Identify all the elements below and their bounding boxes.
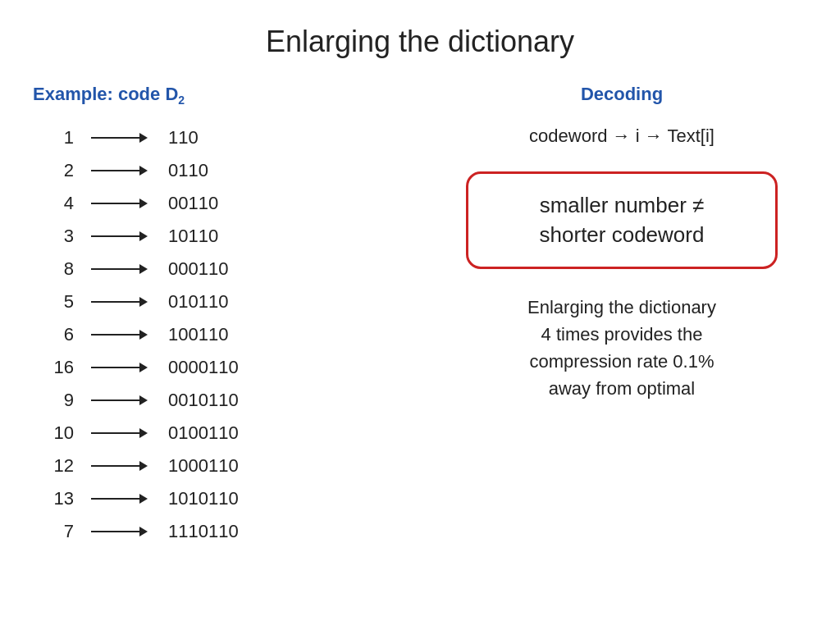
table-row: 71110110 [33,517,404,546]
table-row: 1110 [33,123,404,153]
row-arrow [82,363,156,372]
left-panel: Example: code D2 11102011040011031011080… [33,84,420,546]
arrow-icon [91,363,148,372]
row-code: 0000110 [156,357,239,378]
left-section-label: Example: code D2 [33,84,404,107]
arrow-icon [91,428,148,438]
arrow-icon [91,395,148,405]
row-number: 8 [33,258,82,280]
arrow-icon [91,264,148,274]
table-row: 310110 [33,221,404,251]
row-code: 110 [156,127,199,148]
right-panel: Decoding codeword → i → Text[i] smaller … [420,84,807,546]
row-code: 000110 [156,258,228,280]
row-arrow [82,527,156,536]
table-row: 6100110 [33,320,404,349]
description-line: away from optimal [549,378,696,399]
row-number: 10 [33,422,82,444]
arrow-icon [91,330,148,340]
row-code: 0100110 [156,422,239,444]
description-line: Enlarging the dictionary [527,297,716,317]
description-text: Enlarging the dictionary4 times provides… [436,294,807,402]
arrow-icon [91,461,148,471]
decoding-label: Decoding [436,84,807,105]
arrow-icon [91,133,148,143]
row-number: 1 [33,127,82,148]
table-row: 20110 [33,156,404,185]
table-row: 121000110 [33,451,404,481]
arrow-icon [91,297,148,307]
row-code: 010110 [156,291,228,313]
row-number: 6 [33,324,82,345]
row-number: 13 [33,488,82,509]
row-arrow [82,264,156,274]
row-arrow [82,199,156,208]
row-code: 0110 [156,160,208,181]
row-arrow [82,330,156,340]
table-row: 400110 [33,189,404,218]
page-title: Enlarging the dictionary [33,25,807,59]
row-code: 1110110 [156,521,239,542]
table-row: 8000110 [33,254,404,284]
content-area: Example: code D2 11102011040011031011080… [33,84,807,546]
row-number: 2 [33,160,82,181]
row-arrow [82,494,156,504]
arrow-icon [91,166,148,176]
row-code: 1010110 [156,488,239,509]
row-code: 00110 [156,193,218,214]
row-code: 0010110 [156,390,239,411]
description-line: compression rate 0.1% [530,351,714,372]
arrow-icon [91,199,148,208]
row-arrow [82,166,156,176]
arrow-icon [91,494,148,504]
row-arrow [82,395,156,405]
codeword-formula: codeword → i → Text[i] [436,126,807,147]
row-arrow [82,297,156,307]
row-number: 7 [33,521,82,542]
row-number: 16 [33,357,82,378]
row-code: 1000110 [156,455,239,477]
row-number: 5 [33,291,82,313]
row-arrow [82,133,156,143]
row-number: 12 [33,455,82,477]
row-code: 10110 [156,226,218,247]
row-arrow [82,231,156,241]
row-code: 100110 [156,324,228,345]
table-row: 90010110 [33,386,404,415]
table-row: 160000110 [33,353,404,382]
highlight-box: smaller number ≠ shorter codeword [466,171,778,269]
arrow-icon [91,527,148,536]
highlight-line2: shorter codeword [540,222,705,247]
table-row: 5010110 [33,287,404,317]
row-arrow [82,428,156,438]
table-row: 131010110 [33,484,404,514]
arrow-icon [91,231,148,241]
table-row: 100100110 [33,418,404,448]
row-number: 9 [33,390,82,411]
description-line: 4 times provides the [541,324,703,345]
mapping-table: 1110201104001103101108000110501011061001… [33,123,404,546]
page: Enlarging the dictionary Example: code D… [0,0,840,630]
row-arrow [82,461,156,471]
highlight-line1: smaller number ≠ [540,193,705,217]
row-number: 4 [33,193,82,214]
row-number: 3 [33,226,82,247]
